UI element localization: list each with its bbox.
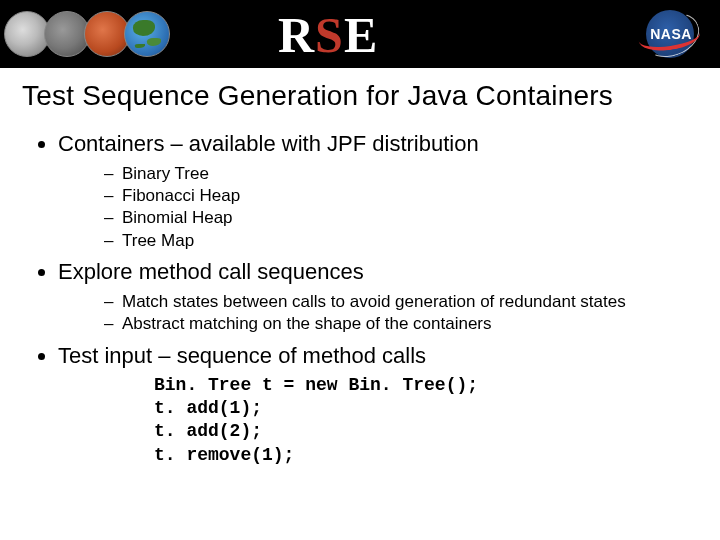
nasa-logo: NASA	[636, 8, 706, 60]
sub-item: Tree Map	[104, 230, 698, 252]
bullet-2-text: Explore method call sequences	[58, 259, 364, 284]
sub-item-text: Binary Tree	[122, 164, 209, 183]
planet-earth-icon	[124, 11, 170, 57]
banner: RSE NASA	[0, 0, 720, 68]
slide-content: Test Sequence Generation for Java Contai…	[0, 68, 720, 467]
bullet-3: Test input – sequence of method calls Bi…	[58, 342, 698, 467]
page-title: Test Sequence Generation for Java Contai…	[22, 80, 698, 112]
bullet-list: Containers – available with JPF distribu…	[22, 130, 698, 467]
sub-item: Abstract matching on the shape of the co…	[104, 313, 698, 335]
sub-item: Binomial Heap	[104, 207, 698, 229]
bullet-2: Explore method call sequences Match stat…	[58, 258, 698, 335]
bullet-1-text: Containers – available with JPF distribu…	[58, 131, 479, 156]
bullet-3-text: Test input – sequence of method calls	[58, 343, 426, 368]
nasa-logo-text: NASA	[636, 26, 706, 42]
rse-logo: RSE	[278, 6, 378, 64]
bullet-1-sublist: Binary Tree Fibonacci Heap Binomial Heap…	[58, 163, 698, 253]
bullet-1: Containers – available with JPF distribu…	[58, 130, 698, 252]
planet-row	[4, 11, 164, 57]
sub-item: Fibonacci Heap	[104, 185, 698, 207]
sub-item: Binary Tree	[104, 163, 698, 185]
sub-item-text: Abstract matching on the shape of the co…	[122, 314, 492, 333]
bullet-2-sublist: Match states between calls to avoid gene…	[58, 291, 698, 336]
code-block: Bin. Tree t = new Bin. Tree(); t. add(1)…	[154, 374, 698, 466]
sub-item-text: Binomial Heap	[122, 208, 233, 227]
sub-item-text: Fibonacci Heap	[122, 186, 240, 205]
sub-item-text: Tree Map	[122, 231, 194, 250]
sub-item-text: Match states between calls to avoid gene…	[122, 292, 626, 311]
sub-item: Match states between calls to avoid gene…	[104, 291, 698, 313]
